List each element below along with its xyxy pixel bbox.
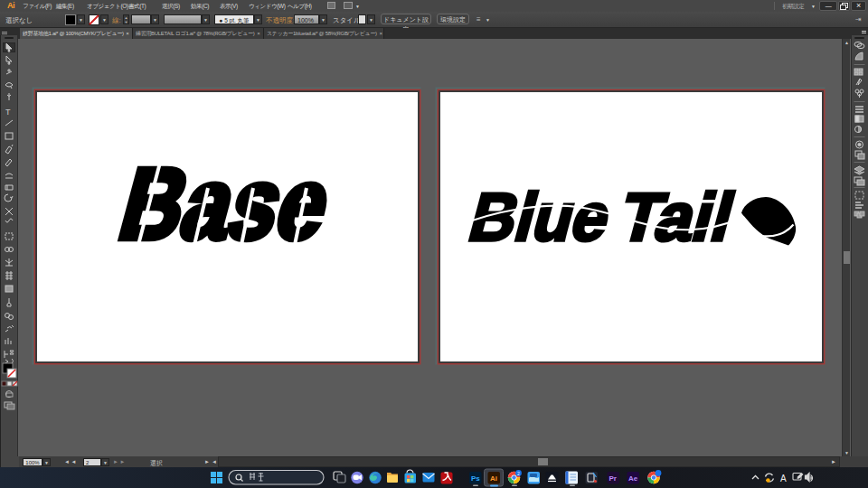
svg-text:A: A [780,474,787,483]
svg-text:Ae: Ae [628,474,638,483]
svg-text:T: T [5,108,11,117]
svg-text:Pr: Pr [609,474,617,483]
svg-text:Ps: Ps [471,474,480,483]
svg-text:Tail: Tail [612,179,742,255]
svg-text:2: 2 [517,471,520,476]
svg-text:Base: Base [109,147,343,260]
svg-text:Ai: Ai [490,474,497,483]
